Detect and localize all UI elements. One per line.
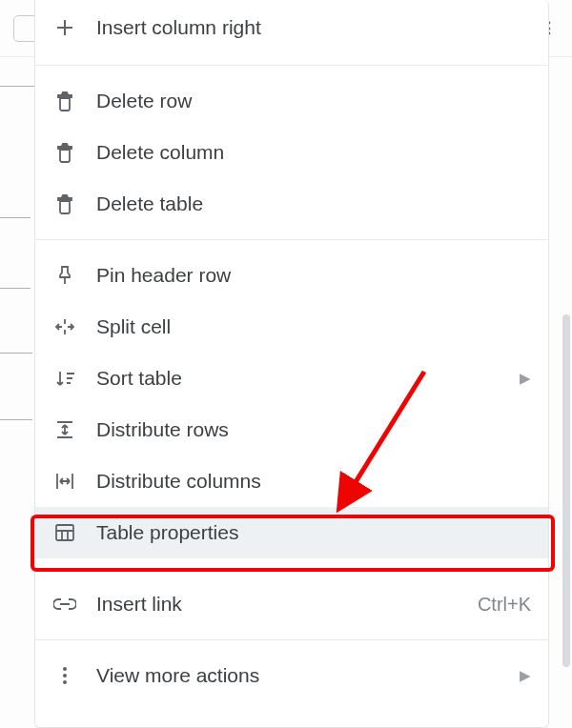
svg-rect-0 (56, 525, 73, 540)
menu-item-delete-column[interactable]: Delete column (35, 127, 548, 178)
plus-icon (52, 18, 77, 37)
menu-item-split-cell[interactable]: Split cell (35, 301, 548, 353)
menu-item-view-more-actions[interactable]: View more actions ▶ (35, 650, 548, 701)
svg-point-2 (63, 674, 67, 677)
menu-item-label: Pin header row (96, 264, 231, 287)
menu-item-label: Sort table (96, 367, 182, 390)
menu-item-sort-table[interactable]: Sort table ▶ (35, 353, 548, 404)
separator (35, 568, 548, 569)
link-icon (52, 597, 77, 611)
menu-item-label: Distribute rows (96, 418, 229, 441)
menu-item-label: Insert link (96, 593, 182, 616)
chevron-right-icon: ▶ (520, 370, 531, 387)
menu-item-insert-link[interactable]: Insert link Ctrl+K (35, 578, 548, 630)
scrollbar[interactable] (562, 314, 570, 667)
trash-icon (52, 91, 77, 111)
menu-item-distribute-columns[interactable]: Distribute columns (35, 455, 548, 507)
menu-item-pin-header-row[interactable]: Pin header row (35, 250, 548, 301)
menu-item-label: Delete column (96, 141, 224, 164)
menu-item-delete-row[interactable]: Delete row (35, 75, 548, 127)
menu-item-table-properties[interactable]: Table properties (35, 507, 548, 558)
menu-item-delete-table[interactable]: Delete table (35, 178, 548, 230)
pin-icon (52, 265, 77, 286)
menu-item-label: Split cell (96, 315, 171, 338)
distribute-columns-icon (52, 472, 77, 491)
separator (35, 65, 548, 66)
distribute-rows-icon (52, 420, 77, 439)
trash-icon (52, 142, 77, 163)
menu-item-label: Distribute columns (96, 470, 261, 493)
menu-item-label: Table properties (96, 521, 238, 544)
svg-point-3 (63, 680, 67, 684)
menu-item-label: View more actions (96, 664, 259, 687)
table-properties-icon (52, 523, 77, 542)
sort-icon (52, 369, 77, 388)
menu-item-insert-column-right[interactable]: Insert column right (35, 0, 548, 55)
shortcut-label: Ctrl+K (478, 594, 531, 616)
menu-item-label: Insert column right (96, 16, 261, 39)
chevron-right-icon: ▶ (520, 667, 531, 684)
context-menu: Insert column right Delete row Delete co… (34, 0, 549, 728)
menu-item-label: Delete table (96, 192, 203, 215)
more-vertical-icon (52, 665, 77, 686)
trash-icon (52, 193, 77, 214)
separator (35, 639, 548, 640)
separator (35, 239, 548, 240)
menu-item-distribute-rows[interactable]: Distribute rows (35, 404, 548, 455)
split-cell-icon (52, 317, 77, 336)
menu-item-label: Delete row (96, 90, 192, 112)
svg-point-1 (63, 667, 67, 671)
